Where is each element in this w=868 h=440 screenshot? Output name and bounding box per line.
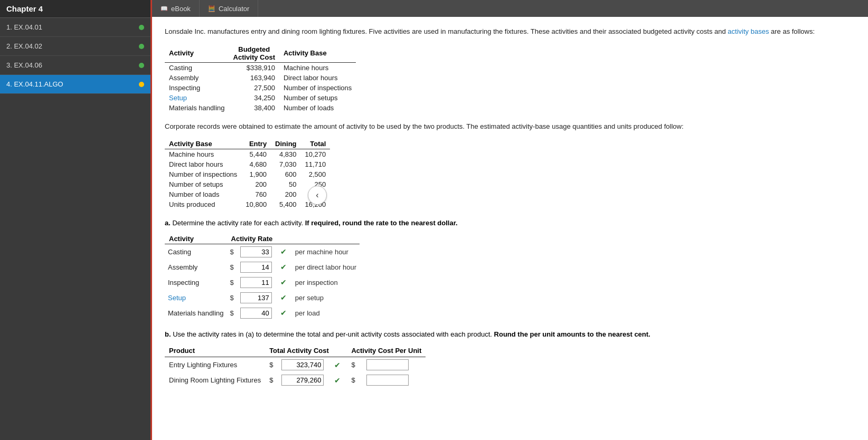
col-activity-cost-per-unit: Activity Cost Per Unit bbox=[347, 345, 426, 357]
entry-total-check: ✔ bbox=[328, 357, 347, 373]
entry-unit-input[interactable] bbox=[366, 359, 409, 370]
entry-val: 5,440 bbox=[241, 149, 271, 160]
dollar-sign-cell2: $ bbox=[347, 357, 362, 373]
table-row: Inspecting 27,500 Number of inspections bbox=[165, 83, 356, 93]
sidebar-item-ex0406[interactable]: 3. EX.04.06 bbox=[0, 56, 150, 75]
per-label-cell: per direct labor hour bbox=[292, 260, 360, 275]
sidebar-item-ex0402[interactable]: 2. EX.04.02 bbox=[0, 37, 150, 56]
content-area: ‹ Lonsdale Inc. manufactures entry and d… bbox=[152, 17, 868, 440]
part-a-text: Determine the activity rate for each act… bbox=[172, 219, 305, 227]
setup-activity-link[interactable]: Setup bbox=[168, 294, 186, 302]
base-label: Number of inspections bbox=[165, 169, 241, 179]
product-name: Dining Room Lighting Fixtures bbox=[165, 372, 265, 388]
activity-base: Machine hours bbox=[279, 62, 356, 73]
entry-val: 1,900 bbox=[241, 169, 271, 179]
table-row: Machine hours 5,440 4,830 10,270 bbox=[165, 149, 330, 160]
dollar-cell: $ bbox=[227, 244, 237, 260]
activity-cost: 34,250 bbox=[229, 93, 279, 103]
check-icon: ✔ bbox=[280, 263, 287, 271]
status-dot-green bbox=[139, 25, 144, 30]
activity-cost: $338,910 bbox=[229, 62, 279, 73]
per-load-label: per load bbox=[295, 309, 320, 317]
sidebar-item-label: 2. EX.04.02 bbox=[6, 42, 135, 50]
col-budgeted-cost: BudgetedActivity Cost bbox=[229, 44, 279, 63]
per-machine-hour-label: per machine hour bbox=[295, 248, 348, 256]
rate-input-cell[interactable] bbox=[237, 260, 275, 275]
materials-rate-input[interactable] bbox=[240, 308, 272, 319]
sidebar-item-label: 1. EX.04.01 bbox=[6, 23, 135, 31]
dining-unit-input[interactable] bbox=[366, 375, 409, 386]
part-a-question: a. Determine the activity rate for each … bbox=[165, 218, 855, 228]
table-row: Assembly 163,940 Direct labor hours bbox=[165, 73, 356, 83]
rate-input-cell[interactable] bbox=[237, 244, 275, 260]
back-button[interactable]: ‹ bbox=[308, 186, 327, 205]
col-rate: Activity Rate bbox=[227, 234, 360, 244]
table-row: Casting $338,910 Machine hours bbox=[165, 62, 356, 73]
part-b-question: b. Use the activity rates in (a) to dete… bbox=[165, 329, 855, 340]
unit-cost-cell[interactable] bbox=[362, 372, 426, 388]
sidebar-item-label: 4. EX.04.11.ALGO bbox=[6, 80, 135, 88]
activity-name: Materials handling bbox=[165, 305, 227, 321]
main-panel: 📖 eBook 🧮 Calculator ‹ Lonsdale Inc. man… bbox=[150, 0, 868, 440]
sidebar-item-ex0401[interactable]: 1. EX.04.01 bbox=[0, 18, 150, 37]
assembly-rate-input[interactable] bbox=[240, 262, 272, 273]
part-b-table: Product Total Activity Cost Activity Cos… bbox=[165, 345, 426, 388]
dining-total-input[interactable] bbox=[281, 375, 324, 386]
col-activity: Activity bbox=[165, 44, 229, 63]
activity-bases-link[interactable]: activity bases bbox=[728, 27, 769, 35]
dollar-cell: $ bbox=[227, 260, 237, 275]
tab-calculator[interactable]: 🧮 Calculator bbox=[200, 0, 259, 17]
activity-name: Assembly bbox=[165, 73, 229, 83]
dining-val: 5,400 bbox=[271, 199, 300, 209]
check-cell: ✔ bbox=[275, 244, 292, 260]
status-dot-green bbox=[139, 44, 144, 49]
activity-name: Setup bbox=[165, 93, 229, 103]
table-row: Casting $ ✔ per machine hour bbox=[165, 244, 360, 260]
per-label-cell: per machine hour bbox=[292, 244, 360, 260]
col-total: Total bbox=[301, 139, 331, 149]
tab-ebook[interactable]: 📖 eBook bbox=[152, 0, 200, 17]
activity-base: Number of loads bbox=[279, 103, 356, 113]
table-row: Number of inspections 1,900 600 2,500 bbox=[165, 169, 330, 179]
rate-input-cell[interactable] bbox=[237, 305, 275, 321]
unit-cost-cell[interactable] bbox=[362, 357, 426, 373]
table-row: Materials handling $ ✔ per load bbox=[165, 305, 360, 321]
col-dining: Dining bbox=[271, 139, 300, 149]
total-cost-cell[interactable] bbox=[277, 357, 328, 373]
status-dot-yellow bbox=[139, 82, 144, 87]
per-label-cell: per setup bbox=[292, 290, 360, 305]
check-icon: ✔ bbox=[280, 293, 287, 302]
dining-val: 600 bbox=[271, 169, 300, 179]
sidebar-title: Chapter 4 bbox=[0, 0, 150, 18]
table-row: Materials handling 38,400 Number of load… bbox=[165, 103, 356, 113]
setup-rate-input[interactable] bbox=[240, 292, 272, 303]
check-icon: ✔ bbox=[280, 278, 287, 286]
dollar-sign-cell2: $ bbox=[347, 372, 362, 388]
check-icon: ✔ bbox=[280, 247, 287, 256]
casting-rate-input[interactable] bbox=[240, 246, 272, 257]
per-label-cell: per inspection bbox=[292, 275, 360, 290]
activity-name: Inspecting bbox=[165, 275, 227, 290]
rate-input-cell[interactable] bbox=[237, 275, 275, 290]
per-direct-labor-hour-label: per direct labor hour bbox=[295, 263, 356, 271]
table-row: Number of setups 200 50 250 bbox=[165, 179, 330, 189]
rate-input-cell[interactable] bbox=[237, 290, 275, 305]
table-row: Direct labor hours 4,680 7,030 11,710 bbox=[165, 159, 330, 169]
base-label: Units produced bbox=[165, 199, 241, 209]
entry-val: 200 bbox=[241, 179, 271, 189]
per-setup-label: per setup bbox=[295, 294, 324, 302]
base-label: Number of setups bbox=[165, 179, 241, 189]
activity-base: Number of inspections bbox=[279, 83, 356, 93]
total-cost-cell[interactable] bbox=[277, 372, 328, 388]
inspecting-rate-input[interactable] bbox=[240, 277, 272, 288]
setup-link[interactable]: Setup bbox=[169, 94, 187, 102]
calculator-icon: 🧮 bbox=[208, 5, 215, 12]
table-row: Dining Room Lighting Fixtures $ ✔ $ bbox=[165, 372, 426, 388]
sidebar-item-ex0411[interactable]: 4. EX.04.11.ALGO bbox=[0, 75, 150, 94]
check-icon: ✔ bbox=[280, 309, 287, 317]
entry-total-input[interactable] bbox=[281, 359, 324, 370]
activity-name: Setup bbox=[165, 290, 227, 305]
intro-text-before: Lonsdale Inc. manufactures entry and din… bbox=[165, 27, 728, 35]
table-row: Units produced 10,800 5,400 16,200 bbox=[165, 199, 330, 209]
entry-val: 760 bbox=[241, 189, 271, 199]
